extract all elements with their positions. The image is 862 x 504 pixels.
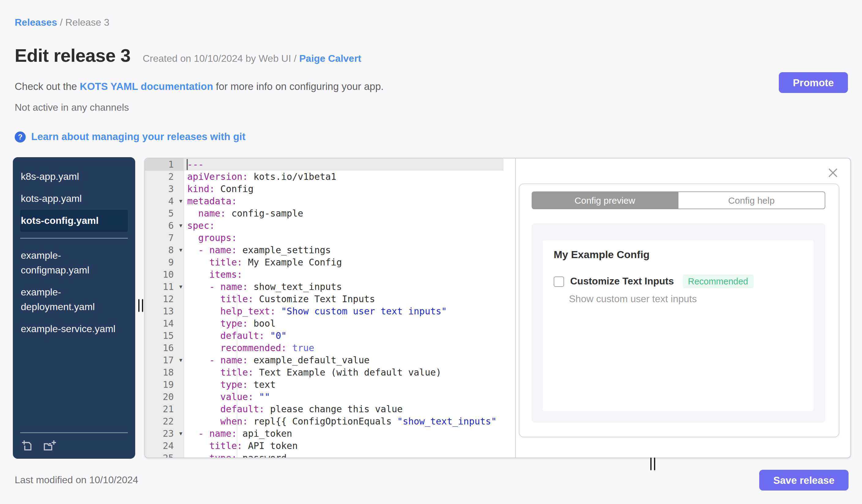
config-preview-pane: My Example Config Customize Text Inputs … <box>532 223 825 423</box>
release-editor-panel: 1234▾56▾78▾91011▾121314151617▾1819202122… <box>144 158 851 458</box>
code-line-1[interactable]: --- <box>184 158 504 171</box>
gutter-line-4: 4▾ <box>145 195 184 207</box>
gutter-line-14: 14 <box>145 317 184 330</box>
save-release-button[interactable]: Save release <box>759 470 849 491</box>
gutter-line-24: 24 <box>145 440 184 452</box>
file-item-kots-config-yaml[interactable]: kots-config.yaml <box>20 210 128 232</box>
created-user-link[interactable]: Paige Calvert <box>299 53 361 64</box>
code-line-25[interactable]: type: password <box>184 452 515 457</box>
code-line-15[interactable]: default: "0" <box>184 330 515 342</box>
promote-button[interactable]: Promote <box>779 72 848 93</box>
file-item-k8s-app-yaml[interactable]: k8s-app.yaml <box>20 166 128 188</box>
breadcrumb: Releases / Release 3 <box>15 17 109 28</box>
page-title: Edit release 3 <box>15 45 131 66</box>
gutter-line-23: 23▾ <box>145 427 184 440</box>
code-line-20[interactable]: value: "" <box>184 391 515 403</box>
editor-gutter: 1234▾56▾78▾91011▾121314151617▾1819202122… <box>145 158 184 457</box>
last-modified-text: Last modified on 10/10/2024 <box>15 475 138 486</box>
code-line-14[interactable]: type: bool <box>184 317 515 330</box>
gutter-line-19: 19 <box>145 379 184 391</box>
code-line-12[interactable]: title: Customize Text Inputs <box>184 293 515 305</box>
yaml-editor[interactable]: 1234▾56▾78▾91011▾121314151617▾1819202122… <box>145 158 516 457</box>
gutter-line-18: 18 <box>145 367 184 379</box>
sidebar-footer <box>20 433 128 451</box>
edit-release-page: Releases / Release 3 Edit release 3 Crea… <box>0 0 862 504</box>
gutter-line-1: 1 <box>145 158 184 171</box>
code-line-10[interactable]: items: <box>184 268 515 281</box>
file-item-example-configmap-yaml[interactable]: example-configmap.yaml <box>20 245 128 281</box>
gutter-line-15: 15 <box>145 330 184 342</box>
add-file-icon[interactable] <box>22 439 34 451</box>
code-line-4[interactable]: metadata: <box>184 195 515 207</box>
sidebar-resize-handle[interactable] <box>138 299 143 312</box>
gutter-line-12: 12 <box>145 293 184 305</box>
code-line-21[interactable]: default: please change this value <box>184 403 515 415</box>
gutter-line-22: 22 <box>145 415 184 427</box>
doc-info-line: Check out the KOTS YAML documentation fo… <box>15 81 383 92</box>
gutter-line-6: 6▾ <box>145 220 184 232</box>
breadcrumb-current: Release 3 <box>65 17 109 27</box>
question-circle-icon: ? <box>15 131 26 142</box>
file-item-kots-app-yaml[interactable]: kots-app.yaml <box>20 188 128 210</box>
gutter-line-13: 13 <box>145 305 184 317</box>
git-releases-link[interactable]: Learn about managing your releases with … <box>31 131 246 143</box>
gutter-line-21: 21 <box>145 403 184 415</box>
gutter-line-2: 2 <box>145 171 184 183</box>
config-group-title: My Example Config <box>554 249 803 261</box>
gutter-line-17: 17▾ <box>145 354 184 367</box>
tab-config-help[interactable]: Config help <box>678 191 825 209</box>
sidebar-divider <box>20 238 128 239</box>
fold-arrow-icon[interactable]: ▾ <box>179 220 182 232</box>
gutter-line-9: 9 <box>145 256 184 268</box>
gutter-line-7: 7 <box>145 232 184 244</box>
add-folder-icon[interactable] <box>43 439 57 451</box>
config-item-label: Customize Text Inputs <box>570 276 674 287</box>
gutter-line-20: 20 <box>145 391 184 403</box>
config-item-help-text: Show custom user text inputs <box>569 294 803 305</box>
tab-config-preview[interactable]: Config preview <box>532 191 678 209</box>
breadcrumb-releases-link[interactable]: Releases <box>15 17 57 27</box>
code-line-16[interactable]: recommended: true <box>184 342 515 354</box>
gutter-line-10: 10 <box>145 268 184 281</box>
code-line-7[interactable]: groups: <box>184 232 515 244</box>
fold-arrow-icon[interactable]: ▾ <box>179 281 182 293</box>
preview-resize-handle[interactable] <box>650 457 655 470</box>
code-line-13[interactable]: help_text: "Show custom user text inputs… <box>184 305 515 317</box>
code-line-22[interactable]: when: repl{{ ConfigOptionEquals "show_te… <box>184 415 515 427</box>
file-item-example-service-yaml[interactable]: example-service.yaml <box>20 318 128 340</box>
customize-text-inputs-checkbox[interactable] <box>554 276 564 287</box>
config-file-list: k8s-app.yamlkots-app.yamlkots-config.yam… <box>13 157 135 232</box>
editor-code-area[interactable]: ---apiVersion: kots.io/v1beta1kind: Conf… <box>184 158 515 457</box>
gutter-line-3: 3 <box>145 183 184 195</box>
code-line-5[interactable]: name: config-sample <box>184 207 515 220</box>
text-cursor <box>186 159 188 170</box>
code-line-8[interactable]: - name: example_settings <box>184 244 515 256</box>
fold-arrow-icon[interactable]: ▾ <box>179 354 182 367</box>
code-line-6[interactable]: spec: <box>184 220 515 232</box>
code-line-9[interactable]: title: My Example Config <box>184 256 515 268</box>
code-line-23[interactable]: - name: api_token <box>184 427 515 440</box>
fold-arrow-icon[interactable]: ▾ <box>179 244 182 256</box>
close-icon[interactable] <box>828 168 838 178</box>
fold-arrow-icon[interactable]: ▾ <box>179 195 182 207</box>
config-preview-content: My Example Config Customize Text Inputs … <box>543 240 814 411</box>
gutter-line-5: 5 <box>145 207 184 220</box>
code-line-3[interactable]: kind: Config <box>184 183 515 195</box>
code-line-19[interactable]: type: text <box>184 379 515 391</box>
gutter-line-25: 25 <box>145 452 184 457</box>
gutter-line-8: 8▾ <box>145 244 184 256</box>
recommended-badge: Recommended <box>682 275 754 288</box>
file-item-example-deployment-yaml[interactable]: example-deployment.yaml <box>20 281 128 318</box>
kots-yaml-doc-link[interactable]: KOTS YAML documentation <box>80 81 213 92</box>
code-line-18[interactable]: title: Text Example (with default value) <box>184 367 515 379</box>
gutter-line-11: 11▾ <box>145 281 184 293</box>
code-line-17[interactable]: - name: example_default_value <box>184 354 515 367</box>
manifest-file-list: example-configmap.yamlexample-deployment… <box>13 242 135 340</box>
code-line-11[interactable]: - name: show_text_inputs <box>184 281 515 293</box>
config-preview-card: Config previewConfig help My Example Con… <box>519 184 839 437</box>
fold-arrow-icon[interactable]: ▾ <box>179 427 182 440</box>
code-line-2[interactable]: apiVersion: kots.io/v1beta1 <box>184 171 515 183</box>
code-line-24[interactable]: title: API token <box>184 440 515 452</box>
breadcrumb-separator: / <box>60 17 65 27</box>
created-info: Created on 10/10/2024 by Web UI / Paige … <box>143 53 362 64</box>
